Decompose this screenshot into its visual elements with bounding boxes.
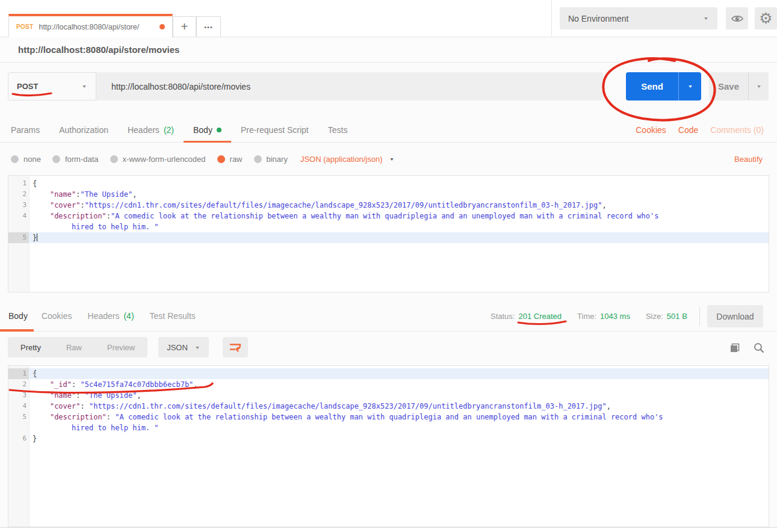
request-tab-params[interactable]: Params [1,118,49,142]
request-tab[interactable]: POST http://localhost:8080/api/store/ [8,14,173,37]
request-title: http://localhost:8080/api/store/movies [18,45,179,55]
environment-preview-button[interactable] [726,7,748,29]
code-line[interactable]: 1▼{ [8,178,769,189]
view-mode-raw[interactable]: Raw [54,343,94,352]
copy-button[interactable] [727,340,743,356]
body-mode-none[interactable]: none [11,155,41,164]
tab-label: Headers [128,125,159,135]
request-body-editor[interactable]: 1▼{2 "name":"The Upside",3 "cover":"http… [8,175,769,292]
link-cookies[interactable]: Cookies [636,125,666,135]
tab-label: Authorization [59,125,108,135]
url-input[interactable]: http://localhost:8080/api/store/movies [96,72,603,101]
radio-icon[interactable] [11,155,19,163]
gear-icon: ⚙ [759,11,772,26]
send-button[interactable]: Send [626,72,678,101]
response-code-rows: 1▼{2 "_id": "5c4e715fa74c07dbbb6ecb7b",3… [8,366,769,444]
response-tab-body[interactable]: Body [0,301,34,331]
code-line[interactable]: hired to help him. " [8,422,769,433]
response-tab-cookies[interactable]: Cookies [34,301,80,331]
token-key: "description" [50,212,107,220]
line-number: 4 [8,401,29,412]
wrap-lines-button[interactable] [223,337,248,357]
code-line[interactable]: 2 "name":"The Upside", [8,189,769,200]
settings-button[interactable]: ⚙ [755,7,777,29]
radio-icon[interactable] [217,155,225,163]
fold-toggle-icon[interactable]: ▼ [33,179,36,190]
tab-label: Pre-request Script [241,125,309,135]
response-tab-headers[interactable]: Headers(4) [80,301,142,331]
download-label: Download [716,312,754,321]
status-label: Status: [491,312,515,321]
save-button[interactable]: Save [709,72,748,101]
save-options-button[interactable] [748,72,769,101]
view-mode-preview[interactable]: Preview [94,343,147,352]
token-key: "cover" [50,402,81,410]
view-mode-pretty[interactable]: Pretty [8,343,54,352]
response-format-select[interactable]: JSON [158,337,209,357]
code-line[interactable]: 5 "description": "A comedic look at the … [8,412,769,422]
send-button-group: Send [626,72,701,101]
beautify-link[interactable]: Beautify [734,143,763,175]
code-line[interactable]: hired to help him. " [8,221,769,232]
code-line[interactable]: 1▼{ [8,368,769,379]
token-punct: : [80,201,84,209]
token-punct: , [132,190,137,199]
response-body-editor[interactable]: 1▼{2 "_id": "5c4e715fa74c07dbbb6ecb7b",3… [8,365,769,527]
download-button[interactable]: Download [707,305,763,327]
environment-select[interactable]: No Environment [560,7,717,29]
code-content: { [29,368,769,379]
code-content: } [29,232,769,243]
wrap-lines-icon [229,342,242,353]
time-label: Time: [577,312,596,321]
request-tab-pre-request-script[interactable]: Pre-request Script [231,118,318,142]
code-content: "description": "A comedic look at the re… [29,412,769,422]
link-comments-0[interactable]: Comments (0) [710,125,764,135]
body-mode-form-data[interactable]: form-data [52,155,99,164]
token-punct: : [80,402,88,410]
request-tab-tests[interactable]: Tests [318,118,358,142]
response-tab-test-results[interactable]: Test Results [142,301,203,331]
line-number: 5 [8,412,29,422]
token-punct: : [76,391,84,400]
size-stat: Size: 501 B [646,312,687,321]
radio-icon[interactable] [254,155,262,163]
line-number: 2 [8,189,29,200]
more-tabs-button[interactable]: ••• [196,16,221,37]
fold-toggle-icon[interactable]: ▼ [33,369,36,380]
chevron-down-icon [194,345,200,350]
body-mode-raw[interactable]: raw [217,155,243,164]
request-tab-body[interactable]: Body [184,118,231,142]
time-value: 1043 ms [600,312,630,321]
new-tab-button[interactable]: + [173,16,196,37]
token-punct: : [107,413,115,421]
code-line[interactable]: 6} [8,433,769,444]
body-mode-binary[interactable]: binary [254,155,288,164]
line-number: 1▼ [8,178,29,189]
code-line[interactable]: 4 "description":"A comedic look at the r… [8,211,769,221]
status-stat: Status: 201 Created [491,312,562,321]
beautify-label: Beautify [734,155,763,164]
body-mode-x-www-form-urlencoded[interactable]: x-www-form-urlencoded [110,155,206,164]
code-line[interactable]: 5} [8,232,769,243]
tab-label: Headers [88,311,120,321]
code-line[interactable]: 2 "_id": "5c4e715fa74c07dbbb6ecb7b", [8,379,769,390]
code-line[interactable]: 3 "name": "The Upside", [8,390,769,401]
line-number: 3 [8,390,29,401]
save-button-group: Save [709,72,769,101]
search-button[interactable] [751,340,767,356]
token-punct: , [602,201,606,209]
code-content: "cover": "https://cdn1.thr.com/sites/def… [29,401,769,412]
code-line[interactable]: 3 "cover":"https://cdn1.thr.com/sites/de… [8,200,769,211]
radio-icon[interactable] [52,155,60,163]
link-code[interactable]: Code [678,125,698,135]
request-tab-authorization[interactable]: Authorization [49,118,118,142]
method-select[interactable]: POST [8,72,96,101]
tab-count-badge: (2) [164,125,174,135]
request-tab-headers[interactable]: Headers(2) [118,118,184,142]
token-string: "https://cdn1.thr.com/sites/default/file… [85,201,602,209]
body-mode-label: raw [230,155,243,164]
send-options-button[interactable] [678,72,701,101]
code-line[interactable]: 4 "cover": "https://cdn1.thr.com/sites/d… [8,401,769,412]
content-type-select[interactable]: JSON (application/json) [300,155,395,164]
radio-icon[interactable] [110,155,118,163]
